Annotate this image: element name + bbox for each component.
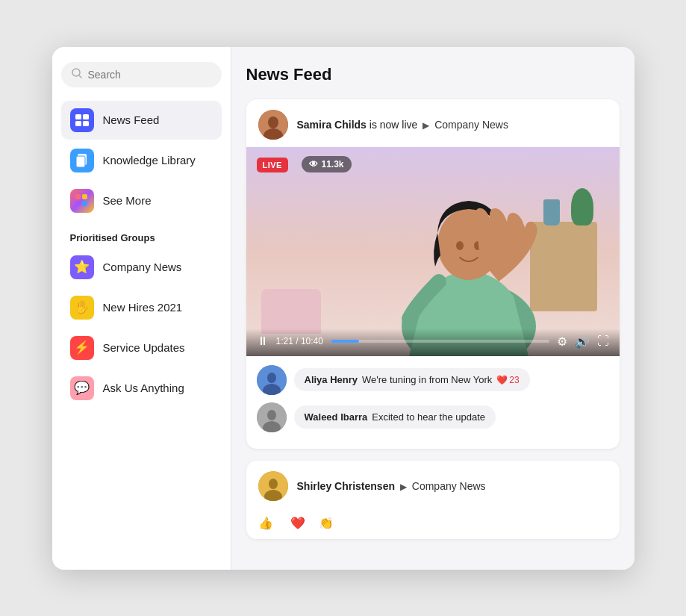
heart2-icon: ❤️	[290, 516, 305, 530]
svg-point-13	[268, 116, 278, 128]
service-label: Service Updates	[103, 341, 185, 354]
waleed-name: Waleed Ibarra	[305, 411, 368, 423]
waleed-comment-text: Excited to hear the update	[372, 411, 485, 423]
sidebar-item-knowledge[interactable]: Knowledge Library	[61, 141, 222, 180]
live-card-header: Samira Childs is now live ▶ Company News	[246, 99, 620, 147]
time-total: 10:40	[301, 336, 323, 346]
sofa-decoration	[261, 289, 321, 334]
search-icon	[72, 68, 82, 81]
app-container: News Feed Knowledge Library See More	[52, 47, 634, 570]
reaction-thumbsup: 👍	[258, 516, 277, 530]
post-card-header-text: Shirley Christensen ▶ Company News	[297, 480, 486, 492]
seemore-icon	[70, 189, 94, 213]
pause-button[interactable]: ⏸	[257, 335, 269, 348]
heart-badge: ❤️ 23	[496, 375, 519, 385]
knowledge-icon	[70, 149, 94, 172]
comment-bubble-2: Waleed Ibarra Excited to hear the update	[294, 405, 496, 429]
time-current: 1:21	[276, 336, 293, 346]
samira-avatar	[258, 110, 288, 140]
time-display: 1:21 / 10:40	[276, 336, 323, 346]
aliya-comment-text: We're tuning in from New York	[362, 374, 492, 385]
sidebar-item-newsfeed[interactable]: News Feed	[61, 101, 222, 140]
heart-count: 23	[509, 375, 519, 385]
svg-rect-7	[76, 156, 85, 167]
svg-rect-5	[83, 121, 89, 126]
reaction-clap: 👏	[319, 516, 334, 530]
live-channel: Company News	[434, 119, 508, 131]
svg-rect-4	[83, 114, 89, 119]
live-card-header-text: Samira Childs is now live ▶ Company News	[297, 119, 508, 131]
askus-icon: 💬	[70, 376, 94, 400]
shirley-avatar	[258, 471, 288, 501]
svg-point-27	[269, 479, 278, 489]
live-arrow: ▶	[422, 120, 429, 131]
service-icon: ⚡	[70, 336, 94, 360]
live-badge: LIVE	[257, 158, 288, 172]
askus-label: Ask Us Anything	[103, 382, 184, 394]
comment-row-2: Waleed Ibarra Excited to hear the update	[257, 402, 609, 432]
comment-row-1: Aliya Henry We're tuning in from New Yor…	[257, 365, 609, 395]
viewer-count-value: 11.3k	[322, 159, 344, 169]
reaction-row: 👍 ❤️ 👏	[246, 511, 620, 539]
search-input[interactable]	[88, 69, 211, 81]
samira-status: is now live	[369, 119, 418, 131]
post-card-header: Shirley Christensen ▶ Company News	[246, 461, 620, 511]
companynews-label: Company News	[103, 261, 182, 273]
newsfeed-icon	[70, 108, 94, 132]
person-figure	[379, 147, 558, 356]
control-icons: ⚙ 🔊 ⛶	[557, 335, 609, 349]
waleed-avatar	[257, 402, 287, 432]
plant-decoration	[571, 188, 593, 225]
shirley-name: Shirley Christensen	[297, 480, 396, 492]
progress-fill	[331, 340, 359, 343]
comments-section: Aliya Henry We're tuning in from New Yor…	[246, 356, 620, 449]
sidebar-item-newhires[interactable]: ✋ New Hires 2021	[61, 288, 222, 327]
samira-name: Samira Childs	[297, 119, 367, 131]
svg-point-18	[456, 241, 464, 250]
sidebar-item-service[interactable]: ⚡ Service Updates	[61, 329, 222, 367]
clap-icon: 👏	[319, 516, 334, 530]
progress-bar[interactable]	[331, 340, 549, 343]
video-controls: ⏸ 1:21 / 10:40 ⚙ 🔊 ⛶	[246, 329, 620, 356]
newhires-icon: ✋	[70, 296, 94, 320]
sidebar-item-companynews[interactable]: ⭐ Company News	[61, 248, 222, 287]
aliya-avatar	[257, 365, 287, 395]
svg-rect-9	[82, 194, 87, 199]
main-content: News Feed Samira Childs is now live ▶ Co…	[231, 47, 634, 570]
post-arrow: ▶	[400, 482, 407, 492]
svg-rect-10	[75, 201, 81, 206]
sidebar-item-askus[interactable]: 💬 Ask Us Anything	[61, 369, 222, 408]
comment-bubble-1: Aliya Henry We're tuning in from New Yor…	[294, 368, 530, 391]
companynews-icon: ⭐	[70, 255, 94, 279]
groups-section-title: Prioritised Groups	[61, 222, 222, 248]
aliya-name: Aliya Henry	[305, 374, 358, 385]
svg-rect-3	[75, 121, 81, 126]
search-bar[interactable]	[61, 62, 222, 87]
viewer-icon: 👁	[309, 159, 318, 169]
volume-icon[interactable]: 🔊	[575, 335, 590, 349]
svg-rect-2	[75, 114, 81, 119]
video-player[interactable]: LIVE 👁 11.3k ⏸ 1:21 / 10:40	[246, 147, 620, 356]
heart-icon: ❤️	[496, 375, 508, 385]
thumbsup-icon: 👍	[258, 516, 273, 530]
settings-icon[interactable]: ⚙	[557, 335, 567, 349]
post-channel: Company News	[412, 480, 486, 492]
live-card: Samira Childs is now live ▶ Company News	[246, 99, 620, 449]
svg-line-1	[79, 75, 81, 78]
reaction-heart: ❤️	[290, 516, 305, 530]
newhires-label: New Hires 2021	[103, 301, 183, 314]
svg-rect-8	[75, 194, 81, 199]
viewer-count: 👁 11.3k	[302, 156, 352, 172]
page-title: News Feed	[246, 65, 620, 84]
knowledge-label: Knowledge Library	[103, 154, 196, 167]
svg-point-24	[267, 410, 276, 420]
svg-rect-11	[82, 201, 87, 206]
newsfeed-label: News Feed	[103, 113, 160, 126]
seemore-label: See More	[103, 194, 152, 207]
sidebar: News Feed Knowledge Library See More	[52, 47, 231, 570]
sidebar-item-seemore[interactable]: See More	[61, 181, 222, 220]
post-card: Shirley Christensen ▶ Company News 👍 ❤️ …	[246, 461, 620, 539]
video-bg	[246, 147, 620, 356]
fullscreen-icon[interactable]: ⛶	[597, 335, 609, 349]
svg-point-21	[267, 373, 276, 383]
